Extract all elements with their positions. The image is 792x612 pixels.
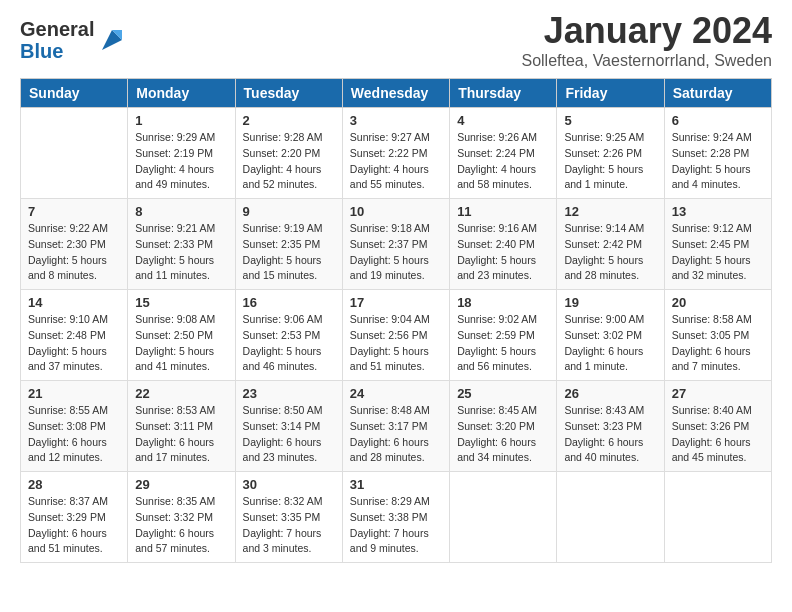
cell-info: Sunrise: 9:12 AMSunset: 2:45 PMDaylight:… bbox=[672, 221, 764, 284]
col-header-sunday: Sunday bbox=[21, 79, 128, 108]
day-number: 26 bbox=[564, 386, 656, 401]
cell-info: Sunrise: 9:10 AMSunset: 2:48 PMDaylight:… bbox=[28, 312, 120, 375]
cell-info: Sunrise: 9:08 AMSunset: 2:50 PMDaylight:… bbox=[135, 312, 227, 375]
calendar-cell: 9Sunrise: 9:19 AMSunset: 2:35 PMDaylight… bbox=[235, 199, 342, 290]
week-row-0: 1Sunrise: 9:29 AMSunset: 2:19 PMDaylight… bbox=[21, 108, 772, 199]
logo-icon bbox=[98, 26, 126, 54]
cell-info: Sunrise: 9:04 AMSunset: 2:56 PMDaylight:… bbox=[350, 312, 442, 375]
day-number: 4 bbox=[457, 113, 549, 128]
calendar-cell: 17Sunrise: 9:04 AMSunset: 2:56 PMDayligh… bbox=[342, 290, 449, 381]
calendar-cell bbox=[450, 472, 557, 563]
day-number: 14 bbox=[28, 295, 120, 310]
calendar-cell: 1Sunrise: 9:29 AMSunset: 2:19 PMDaylight… bbox=[128, 108, 235, 199]
logo: General Blue bbox=[20, 18, 126, 62]
title-block: January 2024 Solleftea, Vaesternorrland,… bbox=[521, 10, 772, 70]
calendar-cell: 3Sunrise: 9:27 AMSunset: 2:22 PMDaylight… bbox=[342, 108, 449, 199]
day-number: 22 bbox=[135, 386, 227, 401]
calendar-cell: 22Sunrise: 8:53 AMSunset: 3:11 PMDayligh… bbox=[128, 381, 235, 472]
cell-info: Sunrise: 9:02 AMSunset: 2:59 PMDaylight:… bbox=[457, 312, 549, 375]
subtitle: Solleftea, Vaesternorrland, Sweden bbox=[521, 52, 772, 70]
cell-info: Sunrise: 8:50 AMSunset: 3:14 PMDaylight:… bbox=[243, 403, 335, 466]
col-header-thursday: Thursday bbox=[450, 79, 557, 108]
calendar-cell: 26Sunrise: 8:43 AMSunset: 3:23 PMDayligh… bbox=[557, 381, 664, 472]
day-number: 7 bbox=[28, 204, 120, 219]
calendar-cell: 5Sunrise: 9:25 AMSunset: 2:26 PMDaylight… bbox=[557, 108, 664, 199]
cell-info: Sunrise: 8:43 AMSunset: 3:23 PMDaylight:… bbox=[564, 403, 656, 466]
calendar-cell: 4Sunrise: 9:26 AMSunset: 2:24 PMDaylight… bbox=[450, 108, 557, 199]
week-row-4: 28Sunrise: 8:37 AMSunset: 3:29 PMDayligh… bbox=[21, 472, 772, 563]
day-number: 2 bbox=[243, 113, 335, 128]
day-number: 12 bbox=[564, 204, 656, 219]
page-header: General Blue January 2024 Solleftea, Vae… bbox=[20, 10, 772, 70]
day-number: 24 bbox=[350, 386, 442, 401]
calendar-cell: 6Sunrise: 9:24 AMSunset: 2:28 PMDaylight… bbox=[664, 108, 771, 199]
day-number: 18 bbox=[457, 295, 549, 310]
day-number: 25 bbox=[457, 386, 549, 401]
cell-info: Sunrise: 8:37 AMSunset: 3:29 PMDaylight:… bbox=[28, 494, 120, 557]
cell-info: Sunrise: 9:27 AMSunset: 2:22 PMDaylight:… bbox=[350, 130, 442, 193]
cell-info: Sunrise: 8:40 AMSunset: 3:26 PMDaylight:… bbox=[672, 403, 764, 466]
day-number: 5 bbox=[564, 113, 656, 128]
calendar-cell: 24Sunrise: 8:48 AMSunset: 3:17 PMDayligh… bbox=[342, 381, 449, 472]
cell-info: Sunrise: 8:53 AMSunset: 3:11 PMDaylight:… bbox=[135, 403, 227, 466]
calendar-cell: 28Sunrise: 8:37 AMSunset: 3:29 PMDayligh… bbox=[21, 472, 128, 563]
cell-info: Sunrise: 8:48 AMSunset: 3:17 PMDaylight:… bbox=[350, 403, 442, 466]
cell-info: Sunrise: 8:32 AMSunset: 3:35 PMDaylight:… bbox=[243, 494, 335, 557]
calendar-cell: 18Sunrise: 9:02 AMSunset: 2:59 PMDayligh… bbox=[450, 290, 557, 381]
calendar-cell: 31Sunrise: 8:29 AMSunset: 3:38 PMDayligh… bbox=[342, 472, 449, 563]
calendar-cell: 7Sunrise: 9:22 AMSunset: 2:30 PMDaylight… bbox=[21, 199, 128, 290]
col-header-wednesday: Wednesday bbox=[342, 79, 449, 108]
day-number: 1 bbox=[135, 113, 227, 128]
calendar-cell: 11Sunrise: 9:16 AMSunset: 2:40 PMDayligh… bbox=[450, 199, 557, 290]
cell-info: Sunrise: 9:25 AMSunset: 2:26 PMDaylight:… bbox=[564, 130, 656, 193]
week-row-1: 7Sunrise: 9:22 AMSunset: 2:30 PMDaylight… bbox=[21, 199, 772, 290]
calendar-cell: 15Sunrise: 9:08 AMSunset: 2:50 PMDayligh… bbox=[128, 290, 235, 381]
col-header-friday: Friday bbox=[557, 79, 664, 108]
day-number: 16 bbox=[243, 295, 335, 310]
calendar-cell: 16Sunrise: 9:06 AMSunset: 2:53 PMDayligh… bbox=[235, 290, 342, 381]
calendar-cell: 20Sunrise: 8:58 AMSunset: 3:05 PMDayligh… bbox=[664, 290, 771, 381]
cell-info: Sunrise: 8:35 AMSunset: 3:32 PMDaylight:… bbox=[135, 494, 227, 557]
calendar-cell: 30Sunrise: 8:32 AMSunset: 3:35 PMDayligh… bbox=[235, 472, 342, 563]
day-number: 28 bbox=[28, 477, 120, 492]
cell-info: Sunrise: 9:18 AMSunset: 2:37 PMDaylight:… bbox=[350, 221, 442, 284]
calendar-cell: 2Sunrise: 9:28 AMSunset: 2:20 PMDaylight… bbox=[235, 108, 342, 199]
day-number: 29 bbox=[135, 477, 227, 492]
cell-info: Sunrise: 9:26 AMSunset: 2:24 PMDaylight:… bbox=[457, 130, 549, 193]
calendar-cell: 25Sunrise: 8:45 AMSunset: 3:20 PMDayligh… bbox=[450, 381, 557, 472]
cell-info: Sunrise: 8:29 AMSunset: 3:38 PMDaylight:… bbox=[350, 494, 442, 557]
day-number: 19 bbox=[564, 295, 656, 310]
day-number: 20 bbox=[672, 295, 764, 310]
calendar-table: SundayMondayTuesdayWednesdayThursdayFrid… bbox=[20, 78, 772, 563]
cell-info: Sunrise: 9:19 AMSunset: 2:35 PMDaylight:… bbox=[243, 221, 335, 284]
cell-info: Sunrise: 9:16 AMSunset: 2:40 PMDaylight:… bbox=[457, 221, 549, 284]
calendar-cell: 8Sunrise: 9:21 AMSunset: 2:33 PMDaylight… bbox=[128, 199, 235, 290]
calendar-cell: 10Sunrise: 9:18 AMSunset: 2:37 PMDayligh… bbox=[342, 199, 449, 290]
cell-info: Sunrise: 9:21 AMSunset: 2:33 PMDaylight:… bbox=[135, 221, 227, 284]
day-number: 8 bbox=[135, 204, 227, 219]
day-number: 23 bbox=[243, 386, 335, 401]
calendar-cell bbox=[21, 108, 128, 199]
header-row: SundayMondayTuesdayWednesdayThursdayFrid… bbox=[21, 79, 772, 108]
day-number: 9 bbox=[243, 204, 335, 219]
cell-info: Sunrise: 9:22 AMSunset: 2:30 PMDaylight:… bbox=[28, 221, 120, 284]
cell-info: Sunrise: 9:24 AMSunset: 2:28 PMDaylight:… bbox=[672, 130, 764, 193]
week-row-2: 14Sunrise: 9:10 AMSunset: 2:48 PMDayligh… bbox=[21, 290, 772, 381]
cell-info: Sunrise: 8:58 AMSunset: 3:05 PMDaylight:… bbox=[672, 312, 764, 375]
day-number: 17 bbox=[350, 295, 442, 310]
day-number: 30 bbox=[243, 477, 335, 492]
calendar-cell: 23Sunrise: 8:50 AMSunset: 3:14 PMDayligh… bbox=[235, 381, 342, 472]
month-title: January 2024 bbox=[521, 10, 772, 52]
day-number: 6 bbox=[672, 113, 764, 128]
logo-general: General bbox=[20, 18, 94, 40]
day-number: 21 bbox=[28, 386, 120, 401]
calendar-cell: 19Sunrise: 9:00 AMSunset: 3:02 PMDayligh… bbox=[557, 290, 664, 381]
col-header-monday: Monday bbox=[128, 79, 235, 108]
calendar-cell: 14Sunrise: 9:10 AMSunset: 2:48 PMDayligh… bbox=[21, 290, 128, 381]
cell-info: Sunrise: 9:06 AMSunset: 2:53 PMDaylight:… bbox=[243, 312, 335, 375]
day-number: 3 bbox=[350, 113, 442, 128]
logo-blue: Blue bbox=[20, 40, 94, 62]
day-number: 15 bbox=[135, 295, 227, 310]
cell-info: Sunrise: 9:28 AMSunset: 2:20 PMDaylight:… bbox=[243, 130, 335, 193]
day-number: 13 bbox=[672, 204, 764, 219]
